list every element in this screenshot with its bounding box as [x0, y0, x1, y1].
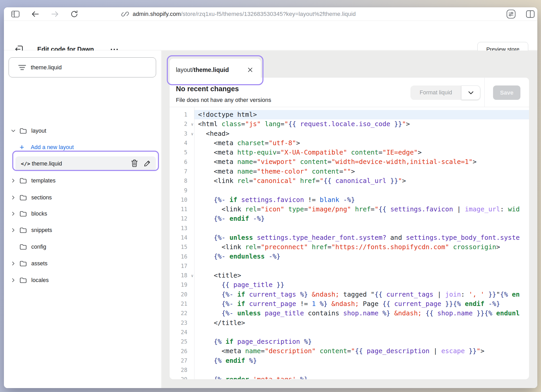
version-subtitle: File does not have any other versions: [176, 97, 271, 103]
search-input[interactable]: [31, 64, 140, 71]
save-button[interactable]: Save: [493, 85, 520, 100]
sidebar-item-blocks[interactable]: blocks: [4, 206, 161, 221]
sidebar-item-templates[interactable]: templates: [4, 173, 161, 188]
chevron-right-icon[interactable]: [11, 178, 16, 183]
code-line-10[interactable]: {%- if settings.favicon != blank -%}: [194, 195, 529, 205]
delete-file-icon[interactable]: [131, 159, 139, 168]
line-number: 4: [170, 138, 194, 148]
fold-chevron-icon[interactable]: ∨: [191, 273, 193, 278]
line-number: 29: [170, 375, 194, 379]
code-line-4[interactable]: <meta charset="utf-8">: [194, 138, 529, 148]
folder-label: layout: [31, 128, 46, 134]
sidebar-toggle-icon[interactable]: [9, 7, 21, 21]
sidebar-item-config[interactable]: config: [4, 240, 161, 254]
code-file-icon: </>: [21, 161, 30, 167]
line-number: 6: [170, 157, 194, 167]
code-line-20[interactable]: {%- if current_tags %} &ndash; tagged "{…: [194, 290, 529, 299]
folder-icon: [20, 211, 27, 217]
forward-icon[interactable]: [50, 7, 60, 21]
fold-chevron-icon[interactable]: ∨: [191, 122, 193, 127]
code-line-3[interactable]: <head>: [194, 129, 529, 138]
code-line-17[interactable]: [194, 261, 529, 271]
code-line-6[interactable]: <meta name="viewport" content="width=dev…: [194, 157, 529, 167]
code-line-8[interactable]: <link rel="canonical" href="{{ canonical…: [194, 176, 529, 186]
url-text: admin.shopify.com/store/rzq1xu-f5/themes…: [133, 11, 356, 17]
line-number: 24: [170, 328, 194, 337]
sidebar-item-locales[interactable]: locales: [4, 273, 161, 287]
chevron-right-icon[interactable]: [11, 211, 16, 216]
code-line-25[interactable]: {% if page_description %}: [194, 337, 529, 346]
plus-icon: +: [20, 143, 24, 152]
tab-close-icon[interactable]: [246, 66, 254, 74]
line-number: 5: [170, 148, 194, 157]
file-search-field[interactable]: [9, 57, 156, 77]
code-line-28[interactable]: [194, 365, 529, 375]
line-number: 1: [170, 110, 194, 119]
code-line-23[interactable]: </title>: [194, 318, 529, 328]
line-number: 19: [170, 280, 194, 290]
format-liquid-button[interactable]: Format liquid: [410, 85, 461, 100]
code-line-22[interactable]: {%- unless page_title contains shop.name…: [194, 309, 529, 318]
line-number: 25: [170, 337, 194, 346]
code-line-26[interactable]: <meta name="description" content="{{ pag…: [194, 346, 529, 356]
line-number: 20: [170, 290, 194, 299]
format-liquid-split-button: Format liquid: [410, 85, 480, 100]
tune-icon[interactable]: [505, 7, 517, 21]
sidebar-item-layout[interactable]: layout: [4, 124, 161, 138]
code-line-16[interactable]: {%- endunless -%}: [194, 252, 529, 261]
folder-icon: [20, 244, 27, 250]
line-number: 16: [170, 252, 194, 261]
sidebar-item-add-a-new-layout[interactable]: +Add a new layout: [4, 140, 161, 155]
rename-file-icon[interactable]: [144, 159, 152, 168]
browser-toolbar: admin.shopify.com/store/rzq1xu-f5/themes…: [4, 7, 537, 21]
tab-theme-liquid[interactable]: layout/theme.liquid: [170, 59, 261, 81]
line-number: 22: [170, 309, 194, 318]
folder-icon: [20, 194, 27, 201]
code-line-13[interactable]: [194, 224, 529, 233]
selected-file-row[interactable]: </>theme.liquid: [15, 156, 156, 171]
code-line-14[interactable]: {%- unless settings.type_header_font.sys…: [194, 233, 529, 242]
sidebar-item-snippets[interactable]: snippets: [4, 223, 161, 237]
sidebar-item-theme.liquid[interactable]: </>theme.liquid: [4, 156, 161, 171]
code-editor: 12∨3∨456789101112131415161718∨1920212223…: [170, 107, 529, 379]
folder-label: snippets: [31, 227, 52, 234]
chevron-right-icon[interactable]: [11, 195, 16, 200]
desktop: admin.shopify.com/store/rzq1xu-f5/themes…: [0, 0, 541, 392]
reload-icon[interactable]: [69, 7, 79, 21]
chevron-right-icon[interactable]: [11, 278, 16, 283]
chevron-down-icon[interactable]: [11, 128, 16, 133]
line-number: 21: [170, 299, 194, 309]
folder-icon: [20, 260, 27, 267]
line-number: 2∨: [170, 119, 194, 129]
code-line-11[interactable]: <link rel="icon" type="image/png" href="…: [194, 205, 529, 214]
code-line-19[interactable]: {{ page_title }}: [194, 280, 529, 290]
code-line-1[interactable]: <!doctype html>: [194, 110, 529, 119]
filter-icon: [18, 64, 27, 71]
tab-label-name: theme.liquid: [194, 66, 229, 73]
editor-panel: No recent changes File does not have any…: [170, 78, 529, 379]
code-line-2[interactable]: <html class="js" lang="{{ request.locale…: [194, 119, 529, 129]
code-line-21[interactable]: {%- if current_page != 1 %} &ndash; Page…: [194, 299, 529, 309]
code-line-12[interactable]: {%- endif -%}: [194, 214, 529, 223]
address-bar[interactable]: admin.shopify.com/store/rzq1xu-f5/themes…: [121, 7, 356, 21]
back-icon[interactable]: [30, 7, 40, 21]
sidebar-item-assets[interactable]: assets: [4, 256, 161, 271]
format-liquid-dropdown[interactable]: [461, 85, 480, 100]
code-line-7[interactable]: <meta name="theme-color" content="">: [194, 167, 529, 176]
line-number: 7: [170, 167, 194, 176]
chevron-right-icon[interactable]: [11, 261, 16, 266]
editor-code[interactable]: <!doctype html><html class="js" lang="{{…: [194, 107, 529, 379]
code-line-5[interactable]: <meta http-equiv="X-UA-Compatible" conte…: [194, 148, 529, 157]
code-line-29[interactable]: {% render 'meta-tags' %}: [194, 375, 529, 379]
code-line-9[interactable]: [194, 186, 529, 195]
folder-icon: [20, 177, 27, 184]
fold-chevron-icon[interactable]: ∨: [191, 131, 193, 136]
sidebar-item-sections[interactable]: sections: [4, 190, 161, 205]
split-view-icon[interactable]: [524, 7, 537, 21]
editor-gutter: 12∨3∨456789101112131415161718∨1920212223…: [170, 107, 194, 379]
code-line-15[interactable]: <link rel="preconnect" href="https://fon…: [194, 242, 529, 252]
chevron-right-icon[interactable]: [11, 228, 16, 233]
code-line-24[interactable]: [194, 328, 529, 337]
code-line-27[interactable]: {% endif %}: [194, 356, 529, 365]
code-line-18[interactable]: <title>: [194, 271, 529, 280]
